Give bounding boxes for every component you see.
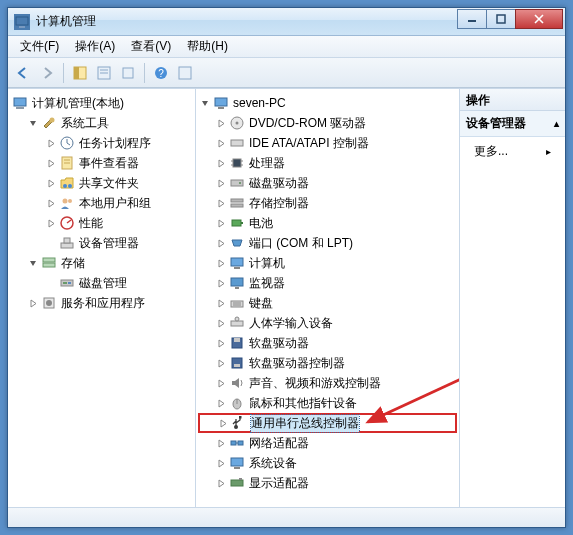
actions-more[interactable]: 更多... ▸	[460, 137, 565, 166]
collapse-icon[interactable]	[28, 118, 39, 129]
expand-icon[interactable]	[46, 138, 57, 149]
tree-label: 键盘	[249, 295, 273, 312]
refresh-button[interactable]	[174, 62, 196, 84]
show-hide-button[interactable]	[69, 62, 91, 84]
expand-icon[interactable]	[216, 178, 227, 189]
tree-task-scheduler[interactable]: 任务计划程序	[10, 133, 193, 153]
tree-event-viewer[interactable]: 事件查看器	[10, 153, 193, 173]
device-usb[interactable]: 通用串行总线控制器	[198, 413, 457, 433]
svg-rect-53	[235, 287, 239, 289]
statusbar	[8, 507, 565, 527]
expand-icon[interactable]	[216, 298, 227, 309]
tree-label: 本地用户和组	[79, 195, 151, 212]
port-icon	[229, 235, 245, 251]
expand-icon[interactable]	[46, 158, 57, 169]
expand-icon[interactable]	[216, 158, 227, 169]
expand-icon[interactable]	[216, 438, 227, 449]
device-display[interactable]: 显示适配器	[198, 473, 457, 493]
svg-rect-72	[231, 480, 243, 486]
expand-icon[interactable]	[216, 458, 227, 469]
minimize-button[interactable]	[457, 9, 487, 29]
close-button[interactable]	[515, 9, 563, 29]
device-network[interactable]: 网络适配器	[198, 433, 457, 453]
actions-section[interactable]: 设备管理器 ▴	[460, 111, 565, 137]
back-button[interactable]	[12, 62, 34, 84]
device-hid[interactable]: 人体学输入设备	[198, 313, 457, 333]
device-ide[interactable]: IDE ATA/ATAPI 控制器	[198, 133, 457, 153]
device-monitor[interactable]: 监视器	[198, 273, 457, 293]
tree-device-manager[interactable]: 设备管理器	[10, 233, 193, 253]
expand-icon[interactable]	[218, 418, 229, 429]
tree-storage[interactable]: 存储	[10, 253, 193, 273]
expand-icon[interactable]	[216, 138, 227, 149]
expand-icon[interactable]	[216, 198, 227, 209]
svg-rect-46	[231, 199, 243, 202]
tree-services-apps[interactable]: 服务和应用程序	[10, 293, 193, 313]
expand-icon[interactable]	[216, 218, 227, 229]
maximize-button[interactable]	[486, 9, 516, 29]
battery-icon	[229, 215, 245, 231]
svg-text:?: ?	[158, 68, 164, 79]
svg-rect-52	[231, 278, 243, 286]
device-computer[interactable]: 计算机	[198, 253, 457, 273]
titlebar[interactable]: 计算机管理	[8, 8, 565, 36]
device-tree[interactable]: seven-PC DVD/CD-ROM 驱动器 IDE ATA/ATAPI 控制…	[196, 89, 460, 507]
expand-icon[interactable]	[216, 338, 227, 349]
expand-icon[interactable]	[46, 198, 57, 209]
device-floppy[interactable]: 软盘驱动器	[198, 333, 457, 353]
expand-icon[interactable]	[216, 238, 227, 249]
tree-local-users[interactable]: 本地用户和组	[10, 193, 193, 213]
svg-point-21	[68, 184, 72, 188]
expand-icon[interactable]	[216, 358, 227, 369]
console-tree[interactable]: 计算机管理(本地) 系统工具 任务计划程序 事件查看器 共享文件夹	[8, 89, 196, 507]
device-dvd[interactable]: DVD/CD-ROM 驱动器	[198, 113, 457, 133]
svg-rect-54	[231, 301, 243, 307]
help-button[interactable]: ?	[150, 62, 172, 84]
event-icon	[59, 155, 75, 171]
collapse-icon[interactable]	[200, 98, 211, 109]
expand-icon[interactable]	[216, 258, 227, 269]
device-disk[interactable]: 磁盘驱动器	[198, 173, 457, 193]
performance-icon	[59, 215, 75, 231]
expand-icon[interactable]	[216, 398, 227, 409]
device-keyboard[interactable]: 键盘	[198, 293, 457, 313]
device-floppy-ctrl[interactable]: 软盘驱动器控制器	[198, 353, 457, 373]
device-system[interactable]: 系统设备	[198, 453, 457, 473]
expand-icon[interactable]	[46, 178, 57, 189]
menu-help[interactable]: 帮助(H)	[179, 36, 236, 57]
menu-action[interactable]: 操作(A)	[67, 36, 123, 57]
expand-icon[interactable]	[46, 218, 57, 229]
device-mouse[interactable]: 鼠标和其他指针设备	[198, 393, 457, 413]
expand-icon[interactable]	[216, 378, 227, 389]
computer-management-window: 计算机管理 文件(F) 操作(A) 查看(V) 帮助(H) ? 计算机管理(本地…	[7, 7, 566, 528]
tree-system-tools[interactable]: 系统工具	[10, 113, 193, 133]
device-sound[interactable]: 声音、视频和游戏控制器	[198, 373, 457, 393]
expand-icon[interactable]	[216, 118, 227, 129]
forward-button[interactable]	[36, 62, 58, 84]
svg-rect-3	[497, 15, 505, 23]
toolbar: ?	[8, 58, 565, 88]
svg-rect-31	[68, 282, 71, 284]
device-storage-ctrl[interactable]: 存储控制器	[198, 193, 457, 213]
svg-rect-26	[64, 238, 70, 243]
export-button[interactable]	[117, 62, 139, 84]
device-root[interactable]: seven-PC	[198, 93, 457, 113]
expand-icon[interactable]	[216, 278, 227, 289]
tree-performance[interactable]: 性能	[10, 213, 193, 233]
collapse-section-icon[interactable]: ▴	[554, 118, 559, 129]
properties-button[interactable]	[93, 62, 115, 84]
expand-icon[interactable]	[216, 318, 227, 329]
tree-disk-management[interactable]: 磁盘管理	[10, 273, 193, 293]
tree-shared-folders[interactable]: 共享文件夹	[10, 173, 193, 193]
device-ports[interactable]: 端口 (COM 和 LPT)	[198, 233, 457, 253]
tree-root[interactable]: 计算机管理(本地)	[10, 93, 193, 113]
menu-view[interactable]: 查看(V)	[123, 36, 179, 57]
expand-icon[interactable]	[216, 478, 227, 489]
tree-label: 处理器	[249, 155, 285, 172]
menu-file[interactable]: 文件(F)	[12, 36, 67, 57]
tree-label: 事件查看器	[79, 155, 139, 172]
collapse-icon[interactable]	[28, 258, 39, 269]
device-cpu[interactable]: 处理器	[198, 153, 457, 173]
device-battery[interactable]: 电池	[198, 213, 457, 233]
expand-icon[interactable]	[28, 298, 39, 309]
